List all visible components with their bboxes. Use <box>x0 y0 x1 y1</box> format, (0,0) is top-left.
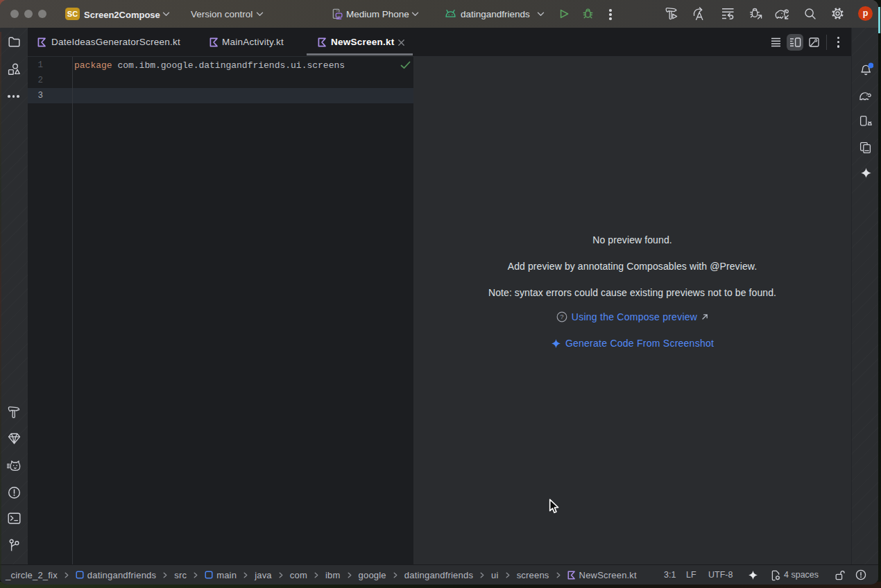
svg-text:?: ? <box>560 313 563 320</box>
